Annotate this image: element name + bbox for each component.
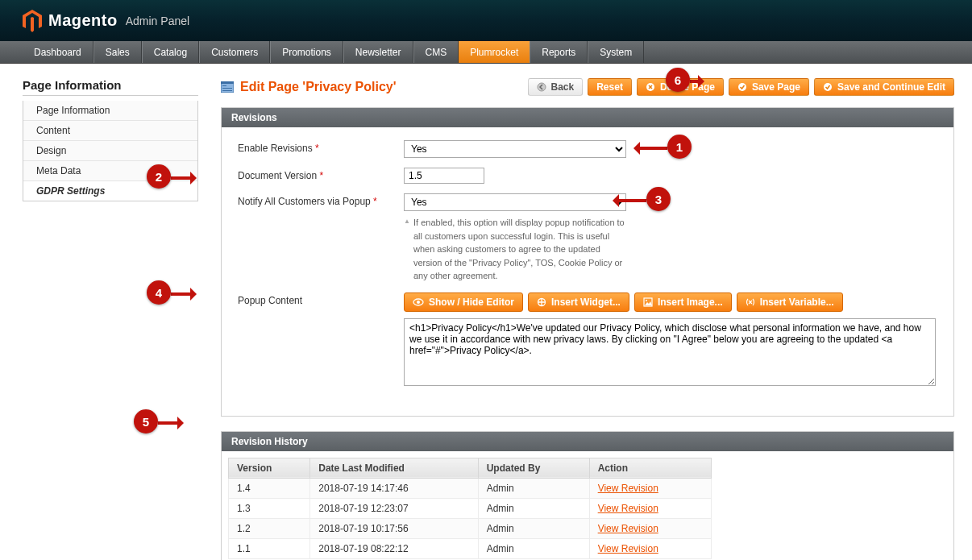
revision-history-heading: Revision History [222, 432, 953, 451]
table-header: Action [589, 458, 711, 478]
sidebar: Page Information Page InformationContent… [23, 78, 198, 560]
widget-icon [537, 297, 546, 307]
notify-popup-select[interactable]: Yes [404, 193, 626, 211]
svg-rect-2 [222, 85, 226, 86]
svg-point-13 [646, 300, 647, 301]
notify-popup-hint: If enabled, this option will display pop… [404, 216, 629, 283]
topnav-catalog[interactable]: Catalog [142, 41, 199, 63]
main-content: Edit Page 'Privacy Policy' Back Reset De… [221, 78, 954, 560]
document-version-label: Document Version * [238, 168, 404, 181]
enable-revisions-label: Enable Revisions * [238, 140, 404, 154]
view-revision-link[interactable]: View Revision [598, 503, 658, 514]
view-revision-link[interactable]: View Revision [598, 543, 658, 554]
sidebar-title: Page Information [23, 78, 198, 96]
admin-header: Magento Admin Panel [0, 0, 972, 41]
save-continue-button[interactable]: Save and Continue Edit [814, 78, 954, 96]
notify-popup-label: Notify All Customers via Popup * [238, 193, 404, 207]
topnav-dashboard[interactable]: Dashboard [23, 41, 93, 63]
reset-button[interactable]: Reset [588, 78, 632, 96]
svg-point-7 [738, 83, 746, 91]
sidebar-item-content[interactable]: Content [23, 121, 197, 141]
logo-sub: Admin Panel [126, 15, 189, 27]
sidebar-item-design[interactable]: Design [23, 141, 197, 161]
topnav-newsletter[interactable]: Newsletter [343, 41, 413, 63]
topnav-cms[interactable]: CMS [413, 41, 459, 63]
topnav-customers[interactable]: Customers [199, 41, 270, 63]
topnav-plumrocket[interactable]: Plumrocket [459, 41, 530, 63]
table-row: 1.12018-07-19 08:22:12AdminView Revision [229, 538, 712, 558]
enable-revisions-select[interactable]: Yes [404, 140, 626, 158]
insert-image-button[interactable]: Insert Image... [634, 292, 732, 312]
insert-widget-button[interactable]: Insert Widget... [528, 292, 629, 312]
topnav-promotions[interactable]: Promotions [270, 41, 343, 63]
save-button[interactable]: Save Page [729, 78, 809, 96]
back-button[interactable]: Back [528, 78, 584, 96]
magento-logo-icon [23, 10, 42, 32]
popup-content-label: Popup Content [238, 292, 404, 306]
revision-history-section: Revision History VersionDate Last Modifi… [221, 431, 954, 561]
action-buttons: Back Reset Delete Page Save Page Save an… [528, 78, 954, 96]
svg-rect-4 [222, 90, 232, 91]
sidebar-item-gdpr-settings[interactable]: GDPR Settings [23, 181, 197, 201]
top-nav: DashboardSalesCatalogCustomersPromotions… [0, 41, 972, 64]
table-row: 1.42018-07-19 14:17:46AdminView Revision [229, 478, 712, 498]
revisions-section: Revisions Enable Revisions * Yes Documen… [221, 107, 954, 417]
revisions-heading: Revisions [222, 108, 953, 127]
editor-toolbar: Show / Hide Editor Insert Widget... Inse… [404, 292, 936, 312]
table-header: Date Last Modified [310, 458, 478, 478]
sidebar-item-page-information[interactable]: Page Information [23, 101, 197, 121]
view-revision-link[interactable]: View Revision [598, 483, 658, 494]
popup-content-textarea[interactable]: <h1>Privacy Policy</h1>We've updated our… [404, 318, 936, 386]
logo: Magento Admin Panel [23, 10, 189, 32]
back-icon [537, 82, 546, 92]
table-header: Version [229, 458, 310, 478]
delete-icon [646, 82, 655, 92]
table-row: 1.22018-07-19 10:17:56AdminView Revision [229, 518, 712, 538]
check-icon [737, 82, 747, 92]
image-icon [643, 297, 653, 307]
revision-history-table: VersionDate Last ModifiedUpdated ByActio… [228, 458, 712, 559]
view-revision-link[interactable]: View Revision [598, 523, 658, 534]
page-icon [221, 81, 234, 93]
eye-icon [413, 298, 424, 306]
svg-rect-1 [221, 81, 234, 84]
topnav-sales[interactable]: Sales [93, 41, 142, 63]
table-row: 1.32018-07-19 12:23:07AdminView Revision [229, 498, 712, 518]
svg-point-10 [417, 301, 420, 304]
check-icon [823, 82, 833, 92]
topnav-reports[interactable]: Reports [530, 41, 588, 63]
insert-variable-button[interactable]: Insert Variable... [737, 292, 843, 312]
svg-point-8 [824, 83, 832, 91]
variable-icon [746, 297, 755, 307]
svg-rect-3 [222, 88, 232, 89]
document-version-input[interactable] [404, 168, 484, 184]
topnav-system[interactable]: System [588, 41, 644, 63]
table-header: Updated By [478, 458, 589, 478]
toggle-editor-button[interactable]: Show / Hide Editor [404, 292, 523, 312]
delete-button[interactable]: Delete Page [637, 78, 724, 96]
svg-point-5 [538, 83, 546, 91]
logo-brand: Magento [48, 11, 118, 30]
sidebar-item-meta-data[interactable]: Meta Data [23, 161, 197, 181]
page-head: Edit Page 'Privacy Policy' Back Reset De… [221, 78, 954, 96]
page-title: Edit Page 'Privacy Policy' [240, 80, 396, 94]
